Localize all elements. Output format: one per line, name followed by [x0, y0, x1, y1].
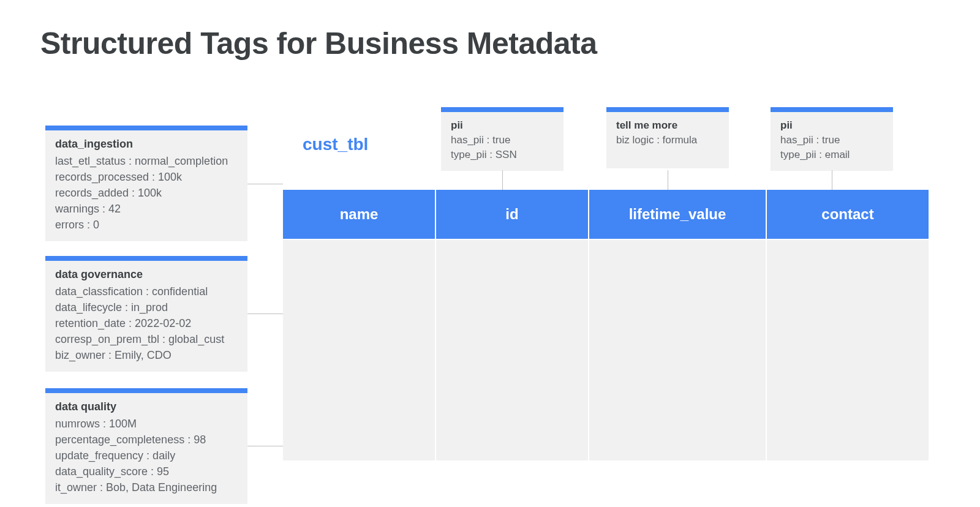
tag-row: type_pii : SSN	[451, 148, 554, 162]
tag-card-quality: data quality numrows : 100M percentage_c…	[45, 388, 247, 504]
tag-row: records_added : 100k	[55, 185, 238, 201]
page-title: Structured Tags for Business Metadata	[40, 26, 597, 61]
tag-row: data_classfication : confidential	[55, 284, 238, 299]
table-name: cust_tbl	[303, 135, 368, 154]
column-header-id: id	[436, 190, 589, 239]
tag-row: has_pii : true	[780, 133, 883, 148]
tag-row: data_lifecycle : in_prod	[55, 299, 238, 315]
table-column	[767, 240, 929, 460]
tag-card-pii-id: pii has_pii : true type_pii : SSN	[441, 107, 564, 171]
tag-row: percentage_completeness : 98	[55, 432, 238, 448]
table-header: name id lifetime_value contact	[283, 190, 929, 239]
tag-row: numrows : 100M	[55, 416, 238, 432]
tag-row: corresp_on_prem_tbl : global_cust	[55, 331, 238, 347]
tag-title: data_ingestion	[55, 138, 238, 151]
tag-row: update_frequency : daily	[55, 448, 238, 464]
connector-line	[832, 170, 832, 190]
column-header-lifetime-value: lifetime_value	[589, 190, 767, 239]
tag-row: warnings : 42	[55, 201, 238, 217]
tag-row: biz logic : formula	[616, 133, 719, 148]
tag-card-tellmemore: tell me more biz logic : formula	[606, 107, 729, 168]
tag-row: has_pii : true	[451, 133, 554, 148]
table-column	[436, 240, 589, 460]
tag-card-governance: data governance data_classfication : con…	[45, 256, 247, 372]
tag-title: data quality	[55, 400, 238, 413]
tag-title: pii	[780, 119, 883, 132]
column-header-name: name	[283, 190, 436, 239]
tag-title: data governance	[55, 268, 238, 281]
connector-line	[247, 184, 283, 184]
tag-card-pii-contact: pii has_pii : true type_pii : email	[771, 107, 893, 171]
connector-line	[668, 170, 668, 190]
tag-row: biz_owner : Emily, CDO	[55, 347, 238, 363]
tag-row: retention_date : 2022-02-02	[55, 315, 238, 331]
tag-row: records_processed : 100k	[55, 169, 238, 185]
tag-row: type_pii : email	[780, 148, 883, 162]
table-column	[283, 240, 436, 460]
column-header-contact: contact	[767, 190, 929, 239]
tag-row: last_etl_status : normal_completion	[55, 153, 238, 169]
connector-line	[247, 314, 283, 314]
table-column	[589, 240, 767, 460]
tag-title: pii	[451, 119, 554, 132]
tag-row: errors : 0	[55, 217, 238, 233]
connector-line	[502, 170, 503, 190]
tag-row: data_quality_score : 95	[55, 464, 238, 479]
connector-line	[247, 446, 283, 446]
tag-title: tell me more	[616, 119, 719, 132]
tag-row: it_owner : Bob, Data Engineering	[55, 479, 238, 495]
tag-card-ingestion: data_ingestion last_etl_status : normal_…	[45, 126, 247, 241]
table-body	[283, 240, 929, 460]
